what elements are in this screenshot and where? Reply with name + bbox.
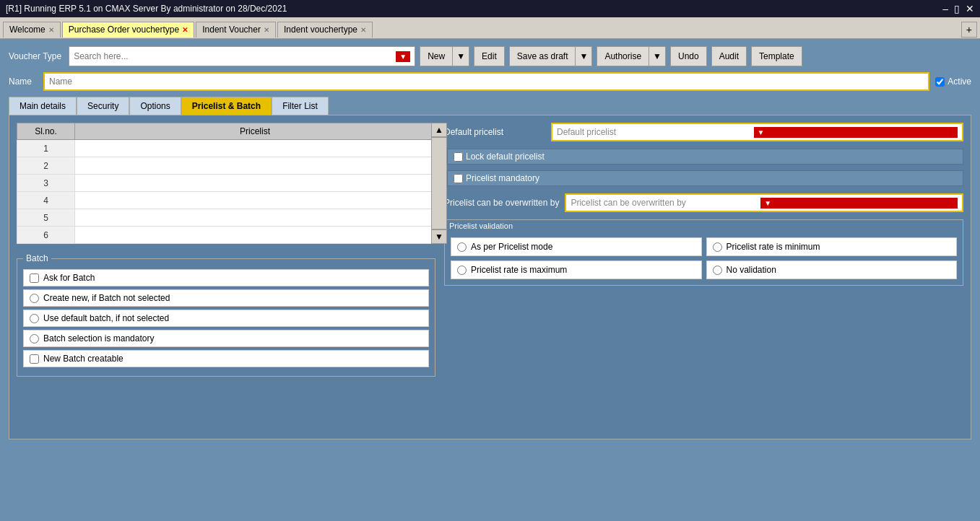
main-content: Voucher Type ▼ New ▼ Edit Save as draft … (0, 39, 980, 447)
use-default-batch-label: Use default batch, if not selected (43, 313, 169, 323)
edit-button[interactable]: Edit (474, 46, 505, 66)
no-validation-radio[interactable] (713, 266, 722, 275)
search-input[interactable] (74, 51, 396, 61)
close-button[interactable]: ✕ (966, 3, 974, 14)
lock-pricelist-label: Lock default pricelist (466, 152, 545, 162)
validation-no-validation[interactable]: No validation (706, 260, 958, 279)
row-1-pricelist[interactable] (75, 140, 435, 157)
table-row: 1 (17, 140, 435, 157)
row-5-slno: 5 (17, 209, 75, 227)
as-per-mode-label: As per Pricelist mode (471, 242, 552, 252)
tab-welcome-close[interactable]: ✕ (48, 26, 54, 34)
row-2-pricelist[interactable] (75, 157, 435, 175)
default-pricelist-select[interactable]: Default pricelist ▼ (551, 123, 963, 141)
new-dropdown-arrow[interactable]: ▼ (452, 46, 469, 66)
voucher-type-search: ▼ (69, 46, 415, 66)
window-controls: – ▯ ✕ (942, 3, 974, 14)
minimize-button[interactable]: – (942, 3, 948, 14)
batch-option-default[interactable]: Use default batch, if not selected (23, 310, 429, 327)
validation-rate-maximum[interactable]: Pricelist rate is maximum (451, 260, 702, 279)
batch-option-mandatory[interactable]: Batch selection is mandatory (23, 330, 429, 347)
batch-option-create-new[interactable]: Create new, if Batch not selected (23, 289, 429, 307)
tab-filter-list[interactable]: Filter List (272, 97, 329, 115)
active-checkbox[interactable] (935, 77, 945, 87)
pricelist-table: Sl.no. Pricelist 1 2 (17, 123, 435, 244)
tab-pricelist-batch[interactable]: Pricelist & Batch (181, 97, 272, 115)
tab-security[interactable]: Security (77, 97, 129, 115)
tab-indent-vouchertype-close[interactable]: ✕ (360, 26, 366, 34)
use-default-batch-radio[interactable] (30, 314, 39, 323)
audit-button[interactable]: Audit (711, 46, 747, 66)
validation-rate-minimum[interactable]: Pricelist rate is minimum (706, 237, 958, 256)
ask-for-batch-label: Ask for Batch (43, 273, 95, 283)
table-row: 5 (17, 209, 435, 227)
batch-mandatory-radio[interactable] (30, 334, 39, 343)
tab-purchase-order-close[interactable]: ✕ (182, 26, 188, 34)
row-4-pricelist[interactable] (75, 192, 435, 209)
table-row: 6 (17, 227, 435, 244)
save-as-draft-button[interactable]: Save as draft (509, 46, 576, 66)
pricelist-mandatory-checkbox[interactable] (454, 174, 463, 183)
lock-pricelist-checkbox[interactable] (454, 152, 463, 162)
voucher-type-dropdown-arrow[interactable]: ▼ (396, 51, 410, 62)
batch-mandatory-label: Batch selection is mandatory (43, 333, 154, 343)
table-row: 4 (17, 192, 435, 209)
template-button[interactable]: Template (751, 46, 802, 66)
active-label[interactable]: Active (948, 76, 971, 87)
tab-main-details[interactable]: Main details (9, 97, 77, 115)
batch-box: Batch Ask for Batch Create new, if Batch… (17, 258, 435, 377)
ask-for-batch-checkbox[interactable] (30, 273, 39, 283)
authorise-dropdown-arrow[interactable]: ▼ (649, 46, 666, 66)
pricelist-validation-box: Pricelist validation As per Pricelist mo… (444, 219, 963, 286)
scroll-down-button[interactable]: ▼ (431, 229, 447, 244)
tab-indent-vouchertype[interactable]: Indent vouchertype ✕ (277, 22, 373, 38)
pricelist-overwritten-dropdown-arrow[interactable]: ▼ (760, 198, 958, 209)
rate-minimum-radio[interactable] (713, 242, 722, 252)
new-batch-creatable-label: New Batch creatable (43, 354, 123, 364)
tab-indent-vouchertype-label: Indent vouchertype (284, 25, 357, 35)
row-6-slno: 6 (17, 227, 75, 244)
create-new-batch-radio[interactable] (30, 294, 39, 303)
add-tab-button[interactable]: + (961, 22, 977, 38)
pricelist-overwritten-select[interactable]: Pricelist can be overwritten by ▼ (565, 193, 963, 212)
new-split-button: New ▼ (420, 46, 469, 66)
lock-pricelist-row: Lock default pricelist (447, 149, 963, 165)
scroll-up-button[interactable]: ▲ (431, 123, 447, 137)
maximize-button[interactable]: ▯ (954, 3, 960, 14)
batch-option-ask[interactable]: Ask for Batch (23, 269, 429, 286)
batch-option-creatable[interactable]: New Batch creatable (23, 350, 429, 367)
validation-as-per-mode[interactable]: As per Pricelist mode (451, 237, 702, 256)
tab-options[interactable]: Options (129, 97, 181, 115)
tab-welcome[interactable]: Welcome ✕ (3, 22, 61, 38)
batch-options: Ask for Batch Create new, if Batch not s… (23, 269, 429, 367)
new-button[interactable]: New (420, 46, 452, 66)
row-3-slno: 3 (17, 175, 75, 192)
row-5-pricelist[interactable] (75, 209, 435, 227)
pricelist-validation-title: Pricelist validation (445, 220, 963, 232)
tab-indent-voucher[interactable]: Indent Voucher ✕ (196, 22, 276, 38)
as-per-mode-radio[interactable] (457, 242, 467, 252)
authorise-button[interactable]: Authorise (597, 46, 649, 66)
default-pricelist-label: Default pricelist (444, 127, 545, 137)
undo-button[interactable]: Undo (670, 46, 707, 66)
title-bar: [R1] Running ERP 5.1 on CMAX Server By a… (0, 0, 980, 17)
save-as-draft-dropdown-arrow[interactable]: ▼ (575, 46, 592, 66)
tab-indent-voucher-close[interactable]: ✕ (264, 26, 269, 34)
pricelist-overwritten-row: Pricelist can be overwritten by Pricelis… (444, 193, 963, 212)
lock-pricelist-checkbox-container[interactable]: Lock default pricelist (447, 149, 963, 165)
row-3-pricelist[interactable] (75, 175, 435, 192)
name-input[interactable] (43, 72, 929, 91)
table-scrollbar[interactable]: ▲ ▼ (431, 123, 447, 244)
default-pricelist-dropdown-arrow[interactable]: ▼ (754, 127, 958, 138)
tab-purchase-order-label: Purchase Order vouchertype (69, 25, 179, 35)
tab-bar: Welcome ✕ Purchase Order vouchertype ✕ I… (0, 17, 980, 39)
tab-purchase-order[interactable]: Purchase Order vouchertype ✕ (62, 22, 194, 38)
authorise-split-button: Authorise ▼ (597, 46, 666, 66)
new-batch-creatable-checkbox[interactable] (30, 354, 39, 364)
rate-maximum-radio[interactable] (457, 266, 467, 275)
pricelist-mandatory-checkbox-container[interactable]: Pricelist mandatory (447, 170, 963, 186)
rate-maximum-label: Pricelist rate is maximum (471, 265, 567, 275)
save-as-draft-split-button: Save as draft ▼ (509, 46, 593, 66)
toolbar: Voucher Type ▼ New ▼ Edit Save as draft … (9, 46, 971, 66)
row-6-pricelist[interactable] (75, 227, 435, 244)
